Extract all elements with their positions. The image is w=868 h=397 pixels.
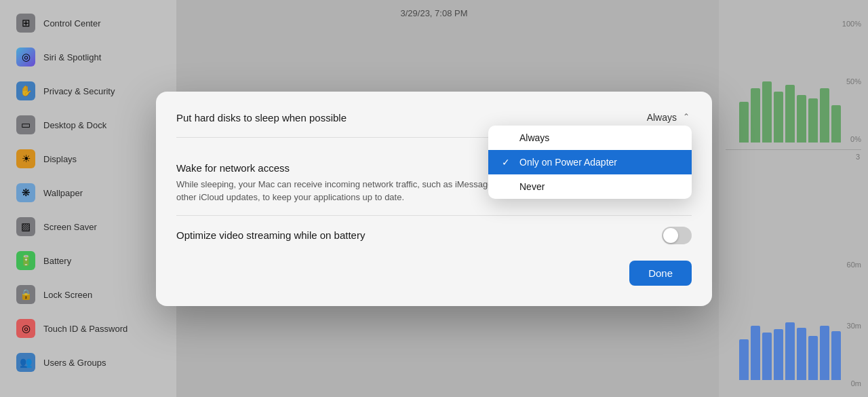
hard-disk-current-value: Always [647,112,677,123]
dialog-footer: Done [176,261,692,286]
hard-disk-row: Put hard disks to sleep when possible Al… [176,112,692,124]
dropdown-menu[interactable]: Always ✓ Only on Power Adapter Never [488,126,692,199]
optimize-toggle[interactable] [662,227,692,244]
option-always-label: Always [519,132,549,143]
hard-disk-section: Put hard disks to sleep when possible Al… [176,112,692,138]
hard-disk-label: Put hard disks to sleep when possible [176,112,347,124]
dropdown-item-never[interactable]: Never [488,174,692,199]
check-always [502,132,513,143]
settings-dialog: Put hard disks to sleep when possible Al… [156,92,712,306]
check-never [502,181,513,192]
dialog-overlay: Put hard disks to sleep when possible Al… [0,0,868,397]
chevron-up-icon: ⌃ [681,112,692,123]
wake-description: While sleeping, your Mac can receive inc… [176,178,515,204]
option-never-label: Never [519,181,545,192]
toggle-knob [663,228,678,243]
dropdown-item-only-power[interactable]: ✓ Only on Power Adapter [488,150,692,174]
check-only-power: ✓ [502,157,513,168]
optimize-label: Optimize video streaming while on batter… [176,229,365,241]
done-button[interactable]: Done [629,261,692,286]
optimize-section: Optimize video streaming while on batter… [176,216,692,244]
hard-disk-value[interactable]: Always ⌃ [647,112,692,123]
option-only-power-label: Only on Power Adapter [519,157,617,168]
dropdown-item-always[interactable]: Always [488,126,692,150]
